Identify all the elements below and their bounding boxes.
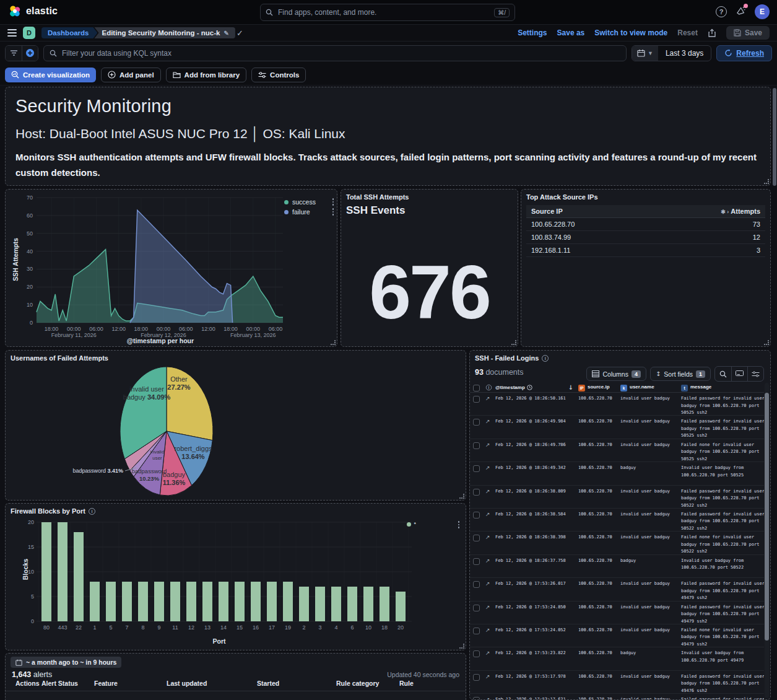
reset-link[interactable]: Reset — [677, 28, 698, 37]
row-checkbox[interactable] — [473, 697, 480, 699]
legend-item-menu-icon[interactable] — [332, 198, 334, 206]
columns-button[interactable]: Columns 4 — [586, 367, 646, 381]
row-checkbox[interactable] — [473, 489, 480, 496]
row-checkbox[interactable] — [473, 581, 480, 588]
switch-view-mode-link[interactable]: Switch to view mode — [594, 28, 667, 37]
alerts-col-header[interactable]: Rule category — [336, 680, 399, 687]
sort-fields-button[interactable]: ↕ Sort fields 1 — [650, 367, 711, 381]
col-header-source-ip[interactable]: IPsource.ip — [578, 384, 619, 392]
col-header-user[interactable]: kuser.name — [620, 384, 680, 392]
filter-icon — [10, 50, 18, 56]
legend-item-menu-icon[interactable] — [332, 208, 334, 216]
expand-row-icon[interactable]: ↗ — [485, 673, 494, 680]
expand-row-icon[interactable]: ↗ — [485, 627, 494, 634]
alerts-col-header[interactable]: Started — [257, 680, 336, 687]
panel-menu-icon[interactable] — [458, 521, 460, 528]
expand-row-icon[interactable]: ↗ — [485, 442, 494, 448]
alerts-col-header[interactable]: Actions — [15, 680, 41, 687]
help-icon[interactable]: ? — [716, 6, 727, 17]
sort-descending-icon[interactable]: ↓ — [568, 384, 577, 391]
space-avatar[interactable]: D — [23, 27, 35, 39]
panel-ssh-failed-logins[interactable]: SSH - Failed Loginsi 93 documents Column… — [469, 350, 771, 700]
expand-row-icon[interactable]: ↗ — [485, 511, 494, 518]
row-checkbox[interactable] — [473, 628, 480, 634]
row-checkbox[interactable] — [473, 419, 480, 426]
expand-row-icon[interactable]: ↗ — [485, 696, 494, 699]
expand-row-icon[interactable]: ↗ — [485, 395, 494, 402]
firewall-legend[interactable]: * — [407, 521, 416, 527]
date-picker-button[interactable]: ▼ — [632, 46, 658, 61]
info-icon[interactable]: i — [542, 355, 549, 362]
add-filter-button[interactable] — [22, 46, 38, 61]
menu-icon[interactable] — [7, 29, 17, 37]
elastic-logo[interactable]: elastic — [9, 5, 58, 17]
expand-row-icon[interactable]: ↗ — [485, 650, 494, 657]
alerts-col-header[interactable]: Last updated — [167, 680, 257, 687]
controls-button[interactable]: Controls — [251, 68, 306, 82]
create-visualization-button[interactable]: Create visualization — [5, 68, 96, 82]
legend-item-failure[interactable]: failure — [284, 208, 334, 216]
col-header-timestamp[interactable]: @timestamp ↓ — [495, 384, 577, 391]
panel-total-ssh-attempts[interactable]: Total SSH Attempts SSH Events 676 — [341, 189, 518, 347]
kql-query-input[interactable]: Filter your data using KQL syntax — [43, 45, 627, 61]
row-checkbox[interactable] — [473, 605, 480, 611]
alerts-col-header[interactable]: Feature — [94, 680, 167, 687]
page-scrollbar-thumb[interactable] — [773, 88, 776, 186]
alerts-col-header[interactable]: Alert Status — [41, 680, 94, 687]
save-button[interactable]: Save — [726, 26, 770, 40]
resize-handle[interactable] — [459, 644, 464, 649]
expand-row-icon[interactable]: ↗ — [485, 418, 494, 425]
panel-alerts[interactable]: ~ a month ago to ~ in 9 hours 1,643 aler… — [5, 653, 466, 700]
doc-table-scrollbar-thumb[interactable] — [765, 393, 769, 641]
resize-handle[interactable] — [331, 340, 336, 345]
row-checkbox[interactable] — [473, 512, 480, 518]
row-checkbox[interactable] — [473, 558, 480, 565]
search-in-table-button[interactable] — [715, 367, 731, 381]
add-from-library-button[interactable]: Add from library — [166, 68, 246, 82]
add-panel-button[interactable]: Add panel — [101, 68, 161, 82]
global-search-input[interactable]: Find apps, content, and more. ⌘/ — [260, 4, 515, 21]
panel-markdown-header[interactable]: Security Monitoring Host: Dual-Boot Inte… — [5, 87, 771, 186]
save-as-link[interactable]: Save as — [557, 28, 585, 37]
calendar-icon — [15, 659, 22, 666]
resize-handle[interactable] — [511, 340, 516, 345]
panel-ssh-attempts-chart[interactable]: 01020304050607018:0000:00February 11, 20… — [5, 189, 337, 347]
expand-row-icon[interactable]: ↗ — [485, 465, 494, 471]
row-checkbox[interactable] — [473, 674, 480, 681]
expand-row-icon[interactable]: ↗ — [485, 534, 494, 541]
resize-handle[interactable] — [459, 494, 464, 499]
alerts-col-header[interactable]: Rule — [399, 680, 466, 687]
display-options-button[interactable] — [731, 367, 747, 381]
breadcrumb-current[interactable]: Editing Security Monitoring - nuc-k ✎ — [94, 27, 235, 38]
col-header-message[interactable]: tmessage — [681, 384, 764, 392]
refresh-button[interactable]: Refresh — [716, 45, 772, 61]
notifications-button[interactable] — [736, 6, 746, 19]
select-all-checkbox[interactable] — [473, 385, 480, 392]
time-range-label[interactable]: Last 3 days — [658, 49, 711, 58]
expand-row-icon[interactable]: ↗ — [485, 604, 494, 611]
panel-firewall-blocks[interactable]: Firewall Blocks by Porti 051015208044322… — [5, 503, 466, 650]
expand-row-icon[interactable]: ↗ — [485, 558, 494, 564]
resize-handle[interactable] — [764, 179, 769, 184]
row-checkbox[interactable] — [473, 465, 480, 472]
row-checkbox[interactable] — [473, 535, 480, 541]
table-settings-button[interactable] — [747, 367, 763, 381]
row-checkbox[interactable] — [473, 396, 480, 403]
row-checkbox[interactable] — [473, 442, 480, 449]
expand-row-icon[interactable]: ↗ — [485, 580, 494, 587]
edit-pencil-icon[interactable]: ✎ — [224, 30, 229, 37]
panel-usernames-pie[interactable]: Usernames of Failed Attempts Other27.27%… — [5, 350, 466, 501]
legend-item-success[interactable]: success — [284, 198, 334, 206]
row-checkbox[interactable] — [473, 650, 480, 657]
filter-button[interactable] — [6, 46, 22, 61]
top-ips-col-attempts[interactable]: ✱ ›Attempts — [721, 208, 760, 215]
share-icon[interactable] — [708, 28, 716, 38]
panel-top-attack-ips[interactable]: Top Attack Source IPs Source IP ✱ ›Attem… — [521, 189, 771, 347]
alerts-time-range-badge[interactable]: ~ a month ago to ~ in 9 hours — [11, 657, 121, 668]
user-avatar[interactable]: E — [755, 4, 770, 19]
expand-row-icon[interactable]: ↗ — [485, 488, 494, 495]
breadcrumb-dashboards[interactable]: Dashboards — [41, 27, 97, 38]
settings-link[interactable]: Settings — [518, 28, 547, 37]
top-ips-col-source[interactable]: Source IP — [531, 208, 563, 215]
resize-handle[interactable] — [764, 340, 769, 345]
